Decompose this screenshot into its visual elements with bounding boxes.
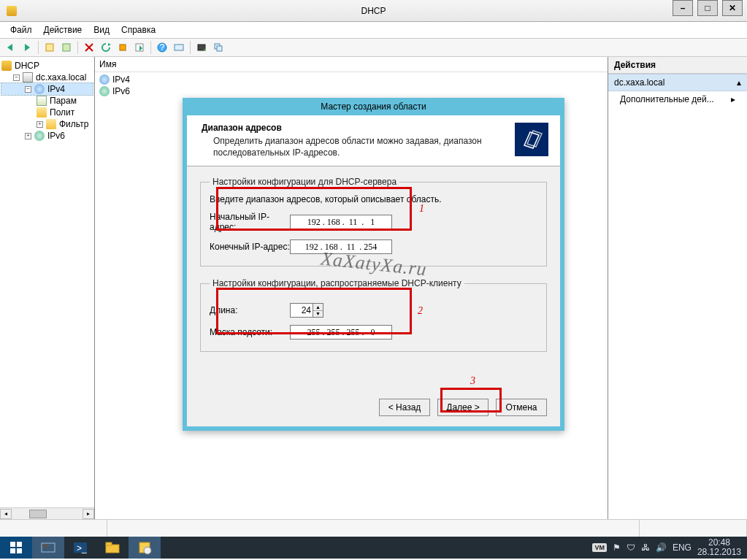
tray-vm-icon[interactable]: VM [592,543,607,552]
window-titlebar: DHCP – □ ✕ [0,0,747,22]
minimize-button[interactable]: – [673,0,693,16]
scroll-right-icon[interactable]: ▸ [83,509,94,519]
wizard-dialog: Мастер создания области Диапазон адресов… [183,98,564,431]
collapse-icon[interactable]: − [13,74,20,81]
taskbar: >_ VM ⚑ 🛡 🖧 🔊 ENG 20:48 28.12.2013 [0,537,747,559]
ipv4-icon [34,84,45,94]
chevron-right-icon: ▸ [731,94,735,104]
scroll-thumb[interactable] [29,510,47,518]
dhcp-icon [1,61,12,71]
tree-hscrollbar[interactable]: ◂ ▸ [0,507,94,519]
svg-rect-19 [10,548,15,553]
group1-hint: Введите диапазон адресов, который описыв… [210,194,537,204]
spin-down-icon[interactable]: ▼ [313,311,323,318]
toolbar: ? [0,38,747,57]
system-tray: VM ⚑ 🛡 🖧 🔊 ENG 20:48 28.12.2013 [586,538,747,557]
server-icon[interactable] [194,40,209,55]
cancel-button[interactable]: Отмена [496,399,547,416]
next-button[interactable]: Далее > [437,399,489,416]
list-item[interactable]: IPv4 [99,74,603,85]
menu-help[interactable]: Справка [117,23,160,37]
actions-more[interactable]: Дополнительные дей... ▸ [608,91,747,107]
tray-clock[interactable]: 20:48 28.12.2013 [697,538,741,557]
list-header-name[interactable]: Имя [95,57,608,72]
task-explorer[interactable] [96,537,129,559]
svg-text:>_: >_ [77,543,87,553]
actions-more-label: Дополнительные дей... [620,94,714,104]
length-label: Длина: [210,305,290,315]
list-item-label: IPv4 [112,74,130,85]
tree-filters-label: Фильтр [59,119,88,129]
tree-param[interactable]: Парам [1,95,93,107]
refresh-icon[interactable] [99,40,113,55]
options-icon [37,96,47,106]
ipv6-icon [99,86,110,96]
expand-icon[interactable]: + [37,121,43,128]
menu-action[interactable]: Действие [39,23,87,37]
scroll-left-icon[interactable]: ◂ [0,509,12,519]
tree-policy-label: Полит [50,107,74,118]
start-ip-input[interactable] [290,215,392,229]
collapse-icon[interactable]: ▴ [737,77,741,88]
length-input[interactable] [291,305,313,315]
group2-legend: Настройки конфигурации, распространяемые… [210,278,464,288]
spin-up-icon[interactable]: ▲ [313,304,323,311]
expand-icon[interactable]: + [25,133,31,139]
menu-file[interactable]: Файл [6,23,37,37]
start-button[interactable] [0,537,32,559]
properties-icon[interactable] [59,40,74,55]
ipv6-icon [34,131,45,141]
wizard-head-desc: Определить диапазон адресов области можн… [202,136,509,158]
tree-policy[interactable]: Полит [1,107,93,118]
tree-ipv6[interactable]: + IPv6 [1,130,93,142]
tree-root[interactable]: DHCP [1,60,93,72]
back-button[interactable]: < Назад [379,399,430,416]
tree-ipv4-label: IPv4 [47,84,65,94]
collapse-icon[interactable]: − [25,86,31,93]
tree-root-label: DHCP [15,61,39,71]
task-dhcp[interactable] [129,537,161,559]
tray-shield-icon[interactable]: 🛡 [627,542,635,553]
tree-filters[interactable]: + Фильтр [1,118,93,130]
help-icon[interactable]: ? [155,40,169,55]
delete-icon[interactable] [82,40,96,55]
actions-context[interactable]: dc.xaxa.local ▴ [608,74,747,91]
svg-rect-16 [217,46,222,51]
end-ip-input[interactable] [290,239,392,254]
tree-server[interactable]: − dc.xaxa.local [1,72,93,83]
maximize-button[interactable]: □ [697,0,718,16]
svg-rect-17 [10,542,15,547]
wizard-logo-icon [515,123,548,156]
svg-rect-18 [17,542,22,547]
close-button[interactable]: ✕ [722,0,743,16]
tree-server-label: dc.xaxa.local [36,72,86,83]
svg-rect-3 [63,44,70,51]
cascade-icon[interactable] [211,40,226,55]
svg-text:?: ? [160,42,165,53]
tray-flag-icon[interactable]: ⚑ [613,542,621,553]
new-icon[interactable] [42,40,57,55]
filter-icon [46,119,56,129]
menu-bar: Файл Действие Вид Справка [0,22,747,38]
tree-panel: DHCP − dc.xaxa.local − IPv4 Парам Полит … [0,57,95,519]
export-icon[interactable] [132,40,147,55]
clock-date: 28.12.2013 [697,548,741,557]
length-spinner[interactable]: ▲ ▼ [290,303,323,318]
tray-language[interactable]: ENG [673,542,692,553]
tray-volume-icon[interactable]: 🔊 [656,542,667,553]
menu-view[interactable]: Вид [89,23,114,37]
task-powershell[interactable]: >_ [64,537,96,559]
console-icon[interactable] [172,40,186,55]
svg-rect-2 [46,44,53,51]
mask-input[interactable] [290,325,392,340]
tree-ipv4[interactable]: − IPv4 [1,83,93,95]
list-item[interactable]: IPv6 [99,85,603,97]
back-icon[interactable] [3,40,18,55]
tree-ipv6-label: IPv6 [47,131,65,141]
stop-icon[interactable] [115,40,130,55]
svg-rect-26 [106,542,112,545]
group1-legend: Настройки конфигурации для DHCP-сервера [210,177,399,187]
tray-network-icon[interactable]: 🖧 [641,542,650,553]
task-server-manager[interactable] [32,537,64,559]
forward-icon[interactable] [20,40,34,55]
